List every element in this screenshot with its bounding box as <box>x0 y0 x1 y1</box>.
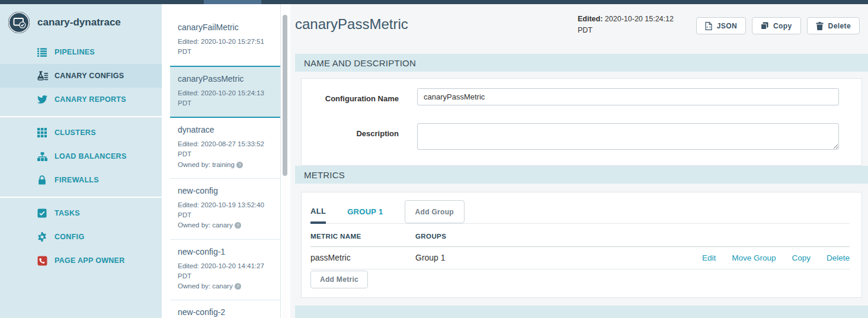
copy-link[interactable]: Copy <box>792 253 811 262</box>
gear-icon <box>34 232 50 242</box>
tab-group-1[interactable]: GROUP 1 <box>347 200 383 223</box>
help-icon[interactable]: ? <box>235 283 241 290</box>
description-field-wrap <box>417 123 839 150</box>
config-list-item-new-config[interactable]: new-config Edited: 2020-10-19 13:52:40 P… <box>170 178 280 239</box>
config-edited: Edited: 2020-10-20 14:41:27 PDT <box>178 261 273 282</box>
name-description-card: Configuration Name Description <box>301 78 862 166</box>
delete-button[interactable]: Delete <box>807 17 860 34</box>
metrics-tabs: ALL GROUP 1 Add Group <box>310 200 850 224</box>
delete-button-label: Delete <box>828 22 851 30</box>
config-list-scrollbar-track <box>283 4 287 318</box>
list-icon <box>34 48 50 57</box>
edit-link[interactable]: Edit <box>702 253 716 262</box>
description-textarea[interactable] <box>417 123 839 150</box>
sidebar-item-config[interactable]: CONFIG <box>0 225 162 249</box>
sidebar-item-canary-configs[interactable]: CANARY CONFIGS <box>0 64 162 88</box>
metric-row-actions: Edit Move Group Copy Delete <box>702 253 850 262</box>
top-navbar-highlight <box>204 0 261 4</box>
config-list-item-dynatrace[interactable]: dynatrace Edited: 2020-08-27 15:33:52 PD… <box>170 118 280 178</box>
sidebar-item-pipelines[interactable]: PIPELINES <box>0 40 162 64</box>
copy-button-label: Copy <box>773 22 792 30</box>
sidebar-item-page-app-owner[interactable]: PAGE APP OWNER <box>0 249 162 272</box>
grid-icon <box>34 128 50 137</box>
canary-config-list: canaryFailMetric Edited: 2020-10-20 15:2… <box>170 4 281 318</box>
config-name-input[interactable] <box>417 88 839 105</box>
json-button[interactable]: JSON <box>696 17 746 34</box>
sidebar-item-clusters[interactable]: CLUSTERS <box>0 121 162 144</box>
sidebar-item-label: CANARY CONFIGS <box>55 72 124 80</box>
config-owner: Owned by: canary ? <box>178 220 273 230</box>
edited-timestamp: Edited: 2020-10-20 15:24:12 PDT <box>578 14 680 37</box>
description-label: Description <box>302 123 399 150</box>
app-title[interactable]: canary-dynatrace <box>37 17 121 28</box>
page-title: canaryPassMetric <box>295 16 408 33</box>
sidebar-item-label: CANARY REPORTS <box>55 95 126 104</box>
tab-all[interactable]: ALL <box>310 200 326 224</box>
sitemap-icon <box>34 152 50 161</box>
config-name: canaryPassMetric <box>178 74 273 83</box>
config-name: new-config-1 <box>178 247 273 256</box>
config-list-item-canaryFailMetric[interactable]: canaryFailMetric Edited: 2020-10-20 15:2… <box>170 15 280 66</box>
lock-icon <box>34 175 50 185</box>
help-icon[interactable]: ? <box>235 222 241 229</box>
header-actions: JSON Copy Delete <box>696 17 860 34</box>
file-icon <box>705 22 712 30</box>
config-owner: Owned by: canary ? <box>178 281 273 291</box>
copy-button[interactable]: Copy <box>752 17 801 34</box>
add-group-button[interactable]: Add Group <box>405 200 465 223</box>
sidebar-item-label: PAGE APP OWNER <box>55 256 125 265</box>
config-owner-text: Owned by: training <box>178 161 235 168</box>
delete-link[interactable]: Delete <box>827 253 850 262</box>
sidebar-nav: PIPELINES CANARY CONFIGS CANARY REPORTS <box>0 40 162 272</box>
flask-icon <box>34 71 50 81</box>
section-header-partial <box>295 306 868 318</box>
metric-table-row: passMetric Group 1 Edit Move Group Copy … <box>310 247 850 269</box>
section-header-name-description: NAME AND DESCRIPTION <box>295 54 868 72</box>
detail-header: canaryPassMetric Edited: 2020-10-20 15:2… <box>290 4 868 54</box>
config-owner: Owned by: training ? <box>178 160 273 170</box>
trash-icon <box>816 22 824 30</box>
sidebar-item-label: CONFIG <box>55 233 84 241</box>
sidebar-item-load-balancers[interactable]: LOAD BALANCERS <box>0 144 162 168</box>
metric-groups-cell: Group 1 <box>415 253 446 262</box>
column-header-metric-name: METRIC NAME <box>310 233 415 240</box>
config-edited: Edited: 2020-10-19 13:52:40 PDT <box>178 200 273 221</box>
config-name: new-config <box>178 186 273 195</box>
sidebar-item-label: FIREWALLS <box>55 176 99 184</box>
app-header: canary-dynatrace <box>0 4 162 40</box>
sidebar-item-firewalls[interactable]: FIREWALLS <box>0 168 162 192</box>
json-button-label: JSON <box>717 22 737 30</box>
top-navbar <box>0 0 868 4</box>
config-list-item-canaryPassMetric[interactable]: canaryPassMetric Edited: 2020-10-20 15:2… <box>170 66 280 118</box>
config-name-field-wrap <box>417 88 839 105</box>
copy-icon <box>761 22 768 30</box>
config-list-item-new-config-1[interactable]: new-config-1 Edited: 2020-10-20 14:41:27… <box>170 239 280 300</box>
app-logo-icon <box>8 12 30 33</box>
check-square-icon <box>34 208 50 218</box>
app-sidebar: canary-dynatrace PIPELINES <box>0 4 162 318</box>
add-metric-button[interactable]: Add Metric <box>310 271 368 288</box>
section-header-metrics: METRICS <box>295 166 868 184</box>
move-group-link[interactable]: Move Group <box>732 253 776 262</box>
config-name-row: Configuration Name <box>302 88 861 105</box>
sidebar-item-label: PIPELINES <box>55 48 95 56</box>
edited-label: Edited: <box>578 15 603 23</box>
sidebar-item-label: CLUSTERS <box>55 129 96 137</box>
description-row: Description <box>302 123 861 150</box>
config-list-scrollbar[interactable] <box>283 15 287 176</box>
config-list-item-new-config-2[interactable]: new-config-2 Edited: 2020-10-20 15:09:44… <box>170 300 280 318</box>
config-owner-text: Owned by: canary <box>178 221 233 229</box>
config-owner-text: Owned by: canary <box>178 282 233 290</box>
config-name: dynatrace <box>178 125 273 134</box>
sidebar-item-canary-reports[interactable]: CANARY REPORTS <box>0 88 162 111</box>
phone-icon <box>34 256 50 266</box>
config-edited: Edited: 2020-10-20 15:27:51 PDT <box>178 37 273 57</box>
config-name: canaryFailMetric <box>178 23 273 32</box>
config-edited: Edited: 2020-08-27 15:33:52 PDT <box>178 139 273 160</box>
sidebar-item-label: TASKS <box>55 209 80 217</box>
help-icon[interactable]: ? <box>236 162 243 168</box>
section-title: NAME AND DESCRIPTION <box>304 58 416 68</box>
sidebar-item-tasks[interactable]: TASKS <box>0 201 162 225</box>
column-header-groups: GROUPS <box>415 233 446 240</box>
metrics-table-header: METRIC NAME GROUPS <box>310 224 850 247</box>
